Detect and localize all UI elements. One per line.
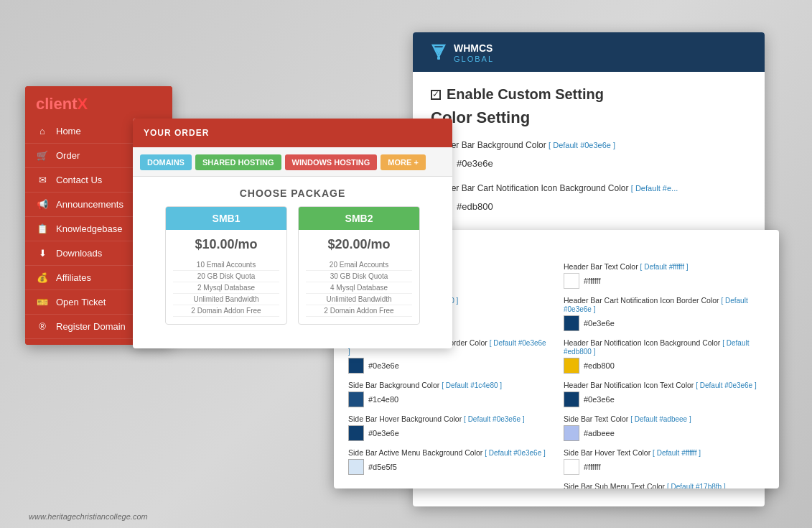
cs-item-cartborder: Header Bar Cart Notification Icon Border… [564, 296, 765, 331]
cs-notifbg-value-row: #edb800 [564, 358, 765, 374]
cs-sidebarbg-value-row: #1c4e80 [348, 392, 549, 407]
home-icon: ⌂ [36, 126, 49, 136]
announcements-icon: 📢 [36, 199, 49, 210]
smb1-feat-4: Unlimited Bandwidth [173, 294, 279, 305]
contact-icon: ✉ [36, 175, 49, 185]
smb2-feat-4: Unlimited Bandwidth [306, 294, 412, 305]
cs-item-sidehovertext: Side Bar Hover Text Color [ Default #fff… [564, 448, 765, 475]
cs-notiftext-label: Header Bar Notification Icon Text Color … [564, 381, 765, 389]
nav-label-downloads: Downloads [56, 248, 102, 259]
nav-label-knowledgebase: Knowledgebase [56, 223, 123, 234]
package-smb2: SMB2 $20.00/mo 20 Email Accounts 30 GB D… [298, 206, 420, 325]
nav-label-contact: Contact Us [56, 175, 102, 185]
cs-notifbg-swatch[interactable] [564, 358, 579, 374]
enable-title: Enable Custom Setting [447, 86, 604, 103]
cs-sideactivebg-val: #d5e5f5 [368, 463, 397, 471]
header-bg-default: [ Default #0e3e6e ] [549, 141, 615, 149]
smb1-feat-1: 10 Email Accounts [173, 259, 279, 271]
cs-cartborder-swatch[interactable] [564, 315, 579, 331]
enable-checkbox[interactable] [431, 90, 441, 100]
cs-notiftext-val: #0e3e6e [584, 395, 615, 404]
tab-windows-hosting[interactable]: WINDOWS HOSTING [285, 154, 378, 170]
cs-sideactivebg-swatch[interactable] [348, 459, 364, 475]
nav-label-announcements: Announcements [56, 199, 123, 210]
smb2-feat-2: 30 GB Disk Quota [306, 271, 412, 282]
cs-sideactivebg-label: Side Bar Active Menu Background Color [ … [348, 448, 549, 457]
cart-notif-bg-row: Header Bar Cart Notification Icon Backgr… [431, 183, 747, 216]
cs-sidebarbg-swatch[interactable] [348, 392, 364, 407]
smb1-title: SMB1 [166, 207, 286, 230]
cs-hbtc-val: #ffffff [584, 277, 600, 285]
cs-sidehovertext-value-row: #ffffff [564, 459, 765, 475]
cs-item-sidebartext: Side Bar Text Color [ Default #adbeee ] … [564, 414, 765, 441]
packages-row: SMB1 $10.00/mo 10 Email Accounts 20 GB D… [133, 206, 452, 325]
cs-sidehovertext-val: #ffffff [584, 463, 600, 471]
cs-sidebarbg-val: #1c4e80 [368, 395, 398, 404]
cs-item-notifbg: Header Bar Notification Icon Background … [564, 338, 765, 374]
cs-item-sideactivebg: Side Bar Active Menu Background Color [ … [348, 448, 549, 475]
smb1-feat-2: 20 GB Disk Quota [173, 271, 279, 282]
cs-cartborder-value-row: #0e3e6e [564, 315, 765, 331]
cs-sidebartext-label: Side Bar Text Color [ Default #adbeee ] [564, 414, 765, 423]
nav-label-order: Order [56, 150, 80, 161]
clientx-logo-text: client [36, 95, 77, 113]
header-bg-color-label: Header Bar Background Color [ Default #0… [431, 140, 747, 150]
cart-notif-value: #edb800 [457, 201, 493, 212]
cs-item-notiftext: Header Bar Notification Icon Text Color … [564, 381, 765, 407]
order-icon: 🛒 [36, 150, 49, 161]
cs-cartborder-label: Header Bar Cart Notification Icon Border… [564, 296, 765, 313]
cs-item-sidehoverbg: Side Bar Hover Background Color [ Defaul… [348, 414, 549, 441]
footer-url: www.heritagechristiancollege.com [29, 512, 148, 521]
cart-notif-bg-label: Header Bar Cart Notification Icon Backgr… [431, 183, 747, 193]
cs-sidebartext-val: #adbeee [584, 429, 615, 437]
cs-sidehovertext-swatch[interactable] [564, 459, 579, 475]
smb2-feat-1: 20 Email Accounts [306, 259, 412, 271]
smb1-feat-3: 2 Mysql Database [173, 282, 279, 294]
cs-sidehoverbg-swatch[interactable] [348, 425, 364, 441]
cs-item-submenutext: Side Bar Sub Menu Text Color [ Default #… [564, 482, 765, 488]
cs-sidebartext-value-row: #adbeee [564, 425, 765, 441]
nav-label-home: Home [56, 126, 81, 136]
cs-item-hbtc: Header Bar Text Color [ Default #ffffff … [564, 262, 765, 289]
clientx-x: X [77, 95, 88, 113]
cs-sidehoverbg-label: Side Bar Hover Background Color [ Defaul… [348, 414, 549, 423]
whmcs-logo: WHMCS GLOBAL [427, 42, 494, 63]
cs-hbtc-swatch[interactable] [564, 273, 579, 289]
whmcs-logo-icon [427, 44, 450, 61]
knowledgebase-icon: 📋 [36, 223, 49, 234]
cs-sideactivebg-value-row: #d5e5f5 [348, 459, 549, 475]
order-tabs: DOMAINS SHARED HOSTING WINDOWS HOSTING M… [133, 147, 452, 177]
smb1-feat-5: 2 Domain Addon Free [173, 305, 279, 317]
clientx-logo: clientX [36, 95, 162, 114]
smb2-feat-5: 2 Domain Addon Free [306, 305, 412, 317]
cs-sidehoverbg-val: #0e3e6e [368, 429, 399, 437]
order-header-text: YOUR ORDER [144, 128, 209, 138]
cs-notiftext-value-row: #0e3e6e [564, 392, 765, 407]
enable-setting-row: Enable Custom Setting [431, 86, 747, 103]
affiliates-icon: 💰 [36, 272, 49, 283]
nav-label-affiliates: Affiliates [56, 272, 91, 283]
register-domain-icon: ® [36, 321, 49, 332]
smb2-features: 20 Email Accounts 30 GB Disk Quota 4 Mys… [299, 256, 419, 324]
nav-label-open-ticket: Open Ticket [56, 297, 106, 307]
tab-shared-hosting[interactable]: SHARED HOSTING [195, 154, 281, 170]
choose-package-title: CHOOSE PACKAGE [133, 177, 452, 206]
tab-domains[interactable]: DOMAINS [140, 154, 192, 170]
cart-notif-label-text: Header Bar Cart Notification Icon Backgr… [431, 183, 628, 193]
cs-notifborder-swatch[interactable] [348, 358, 364, 374]
clientx-header: clientX [25, 86, 172, 119]
svg-rect-2 [437, 57, 440, 60]
whmcs-body: Enable Custom Setting Color Setting Head… [413, 72, 765, 241]
header-bg-input: #0e3e6e [431, 153, 747, 173]
cs-sidebarbg-label: Side Bar Background Color [ Default #1c4… [348, 381, 549, 389]
smb1-features: 10 Email Accounts 20 GB Disk Quota 2 Mys… [166, 256, 286, 324]
color-setting-title: Color Setting [431, 108, 747, 127]
open-ticket-icon: 🎫 [36, 297, 49, 307]
cs-sidebartext-swatch[interactable] [564, 425, 579, 441]
tab-more[interactable]: MORE + [381, 154, 425, 170]
header-bg-color-row: Header Bar Background Color [ Default #0… [431, 140, 747, 173]
cs-notiftext-swatch[interactable] [564, 392, 579, 407]
downloads-icon: ⬇ [36, 248, 49, 259]
cs-sidehoverbg-value-row: #0e3e6e [348, 425, 549, 441]
smb2-feat-3: 4 Mysql Database [306, 282, 412, 294]
